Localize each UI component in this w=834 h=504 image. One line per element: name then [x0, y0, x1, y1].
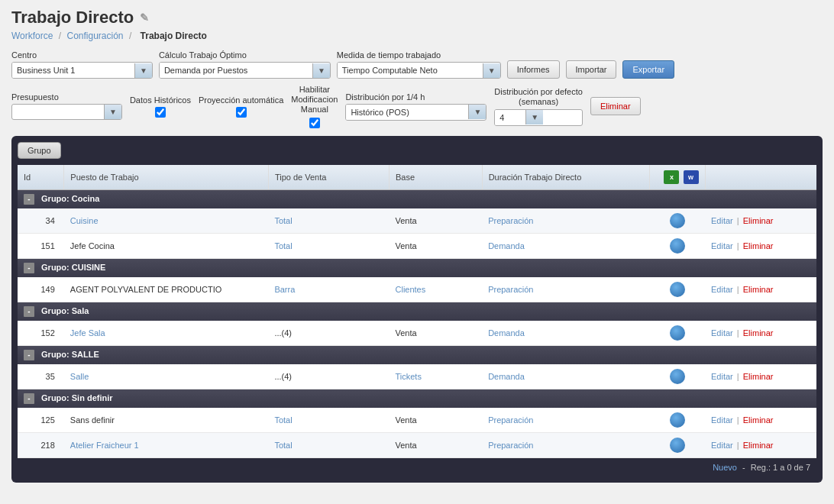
habilitar-label: HabilitarModificacionManual — [291, 85, 338, 115]
word-icon[interactable]: w — [684, 170, 699, 184]
cell-puesto: Atelier Fraicheur 1 — [64, 432, 269, 457]
group-cell: - Grupo: SALLE — [18, 345, 816, 364]
action-separator: | — [737, 328, 739, 338]
group-row: - Grupo: CUISINE — [18, 258, 816, 277]
cell-id: 35 — [18, 364, 64, 389]
cell-tipo-venta: ...(4) — [268, 364, 389, 389]
centro-group: Centro Business Unit 1 ▼ — [11, 50, 153, 79]
main-table: Id Puesto de Trabajo Tipo de Venta Base … — [18, 165, 816, 477]
cell-id: 152 — [18, 321, 64, 346]
breadcrumb-workforce[interactable]: Workforce — [11, 31, 53, 41]
nav-icon[interactable] — [670, 282, 685, 297]
footer-cell: Nuevo - Reg.: 1 a 0 de 7 — [18, 457, 816, 477]
distribucion-value: Histórico (POS) — [346, 105, 468, 120]
group-toggle[interactable]: - — [24, 263, 34, 273]
th-puesto: Puesto de Trabajo — [64, 165, 269, 190]
eliminar-link[interactable]: Eliminar — [743, 241, 774, 250]
table-container: Grupo Id Puesto de Trabajo Tipo de Venta… — [11, 136, 823, 483]
eliminar-button[interactable]: Eliminar — [590, 97, 641, 115]
cell-nav — [649, 233, 705, 258]
proyeccion-group: Proyección automática — [199, 95, 283, 118]
medida-select[interactable]: Tiempo Computable Neto ▼ — [337, 62, 501, 79]
eliminar-link[interactable]: Eliminar — [743, 441, 774, 450]
cell-duracion: Demanda — [482, 321, 649, 346]
cell-puesto: Jefe Sala — [64, 321, 269, 346]
distribucion-arrow[interactable]: ▼ — [468, 105, 486, 119]
breadcrumb-configuracion[interactable]: Configuración — [66, 31, 123, 41]
cell-base: Clientes — [390, 277, 483, 302]
grupo-button[interactable]: Grupo — [18, 142, 61, 159]
eliminar-link[interactable]: Eliminar — [743, 415, 774, 425]
cell-tipo-venta: Total — [268, 408, 389, 433]
group-toggle[interactable]: - — [24, 350, 34, 360]
cell-puesto: Sans definir — [64, 408, 269, 433]
centro-select[interactable]: Business Unit 1 ▼ — [11, 62, 153, 79]
cell-id: 125 — [18, 408, 64, 433]
filter-row-1: Centro Business Unit 1 ▼ Cálculo Trabajo… — [11, 50, 823, 79]
editar-link[interactable]: Editar — [711, 285, 733, 294]
cell-id: 218 — [18, 432, 64, 457]
eliminar-link[interactable]: Eliminar — [743, 372, 774, 381]
nav-icon[interactable] — [670, 213, 685, 228]
nav-icon[interactable] — [670, 412, 685, 428]
group-row: - Grupo: Sin definir — [18, 389, 816, 408]
action-separator: | — [737, 415, 739, 425]
table-row: 35 Salle ...(4) Tickets Demanda Editar |… — [18, 364, 816, 389]
nav-icon[interactable] — [670, 325, 685, 341]
medida-label: Medida de tiempo trabajado — [337, 50, 501, 60]
eliminar-link[interactable]: Eliminar — [743, 216, 774, 225]
cell-id: 34 — [18, 208, 64, 234]
action-separator: | — [737, 372, 739, 381]
exportar-button[interactable]: Exportar — [622, 60, 674, 79]
calculo-label: Cálculo Trabajo Óptimo — [159, 50, 331, 60]
medida-value: Tiempo Computable Neto — [338, 63, 483, 78]
presupuesto-select[interactable]: ▼ — [11, 104, 122, 120]
excel-icon[interactable]: x — [664, 170, 679, 184]
editar-link[interactable]: Editar — [711, 372, 733, 381]
dist-defecto-arrow[interactable]: ▼ — [525, 110, 543, 124]
calculo-select[interactable]: Demanda por Puestos ▼ — [159, 62, 331, 79]
cell-duracion: Preparación — [482, 208, 649, 234]
nav-icon[interactable] — [670, 369, 685, 384]
proyeccion-checkbox[interactable] — [236, 107, 247, 118]
table-row: 151 Jefe Cocina Total Venta Demanda Edit… — [18, 233, 816, 258]
cell-nav — [649, 364, 705, 389]
centro-value: Business Unit 1 — [12, 63, 134, 78]
cell-base: Tickets — [390, 364, 483, 389]
cell-duracion: Preparación — [482, 432, 649, 457]
nav-icon[interactable] — [670, 238, 685, 254]
dist-defecto-select[interactable]: 4 ▼ — [494, 109, 583, 126]
medida-group: Medida de tiempo trabajado Tiempo Comput… — [337, 50, 501, 79]
cell-id: 149 — [18, 277, 64, 302]
medida-arrow[interactable]: ▼ — [483, 63, 500, 78]
cell-duracion: Preparación — [482, 277, 649, 302]
page-title: Trabajo Directo — [11, 8, 134, 27]
editar-link[interactable]: Editar — [711, 415, 733, 425]
editar-link[interactable]: Editar — [711, 241, 733, 250]
distribucion-select[interactable]: Histórico (POS) ▼ — [345, 104, 486, 121]
importar-button[interactable]: Importar — [566, 60, 617, 79]
group-toggle[interactable]: - — [24, 306, 34, 317]
eliminar-link[interactable]: Eliminar — [743, 285, 774, 294]
editar-link[interactable]: Editar — [711, 216, 733, 225]
calculo-arrow[interactable]: ▼ — [312, 63, 330, 78]
datos-historicos-checkbox[interactable] — [155, 107, 166, 118]
informes-button[interactable]: Informes — [507, 60, 560, 79]
presupuesto-label: Presupuesto — [11, 92, 122, 102]
centro-label: Centro — [11, 50, 153, 60]
cell-puesto: Salle — [64, 364, 269, 389]
edit-page-icon[interactable]: ✎ — [140, 11, 149, 24]
nav-icon[interactable] — [670, 438, 685, 453]
group-cell: - Grupo: CUISINE — [18, 258, 816, 277]
cell-nav — [649, 408, 705, 433]
habilitar-checkbox[interactable] — [309, 118, 320, 128]
eliminar-link[interactable]: Eliminar — [743, 328, 774, 338]
editar-link[interactable]: Editar — [711, 441, 733, 450]
group-toggle[interactable]: - — [24, 194, 34, 205]
table-row: 218 Atelier Fraicheur 1 Total Venta Prep… — [18, 432, 816, 457]
presupuesto-arrow[interactable]: ▼ — [104, 105, 121, 119]
centro-arrow[interactable]: ▼ — [134, 63, 152, 78]
editar-link[interactable]: Editar — [711, 328, 733, 338]
group-toggle[interactable]: - — [24, 393, 34, 404]
nuevo-link[interactable]: Nuevo — [713, 463, 737, 472]
